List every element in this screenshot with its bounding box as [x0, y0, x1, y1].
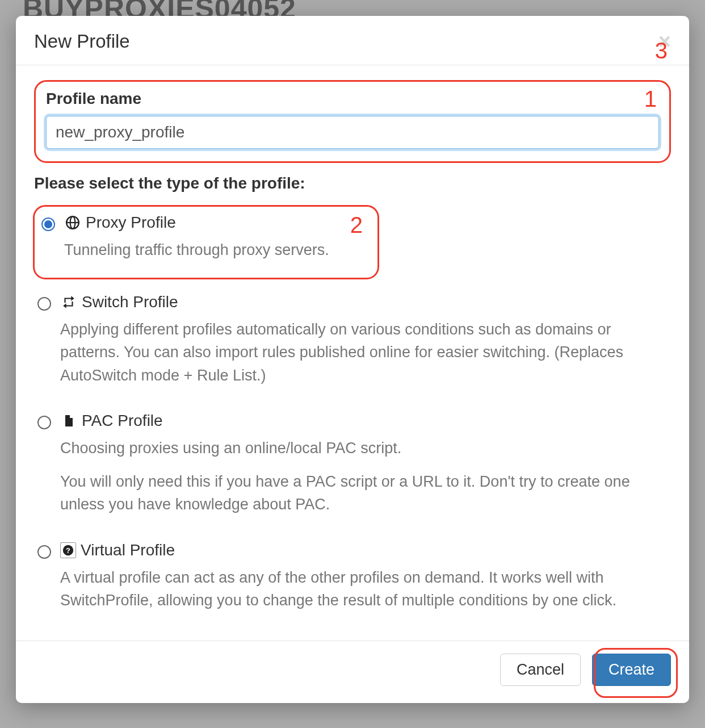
option-switch-profile[interactable]: Switch Profile Applying different profil…	[34, 293, 671, 393]
option-title-row[interactable]: PAC Profile	[60, 412, 671, 430]
option-title-row[interactable]: Proxy Profile	[64, 214, 370, 232]
profile-type-prompt: Please select the type of the profile:	[34, 174, 671, 193]
modal-header: New Profile ×	[16, 16, 689, 65]
option-content: Proxy Profile Tunneling traffic through …	[64, 214, 370, 267]
radio-pac-profile[interactable]	[37, 416, 51, 429]
option-label: PAC Profile	[82, 412, 163, 430]
option-content: PAC Profile Choosing proxies using an on…	[60, 412, 671, 522]
new-profile-modal: New Profile × Profile name 1 Please sele…	[16, 16, 689, 703]
globe-icon	[64, 214, 81, 231]
option-content: ? Virtual Profile A virtual profile can …	[60, 541, 671, 618]
annotation-marker-1: 1	[644, 86, 657, 112]
close-button[interactable]: ×	[658, 31, 671, 52]
option-label: Proxy Profile	[86, 214, 176, 232]
option-title-row[interactable]: ? Virtual Profile	[60, 541, 671, 559]
option-proxy-profile[interactable]: Proxy Profile Tunneling traffic through …	[38, 214, 370, 267]
modal-title: New Profile	[34, 31, 130, 52]
modal-footer: Cancel Create	[16, 641, 689, 703]
radio-virtual-profile[interactable]	[37, 545, 51, 559]
annotation-marker-2: 2	[350, 212, 363, 238]
option-label: Switch Profile	[82, 293, 178, 311]
option-virtual-profile[interactable]: ? Virtual Profile A virtual profile can …	[34, 541, 671, 618]
profile-name-input[interactable]	[46, 116, 659, 149]
option-desc-extra: You will only need this if you have a PA…	[60, 470, 671, 516]
option-title-row[interactable]: Switch Profile	[60, 293, 671, 311]
option-desc: Choosing proxies using an online/local P…	[60, 437, 671, 460]
option-label: Virtual Profile	[81, 541, 175, 559]
retweet-icon	[60, 294, 77, 311]
cancel-button[interactable]: Cancel	[500, 654, 581, 686]
radio-proxy-profile[interactable]	[41, 217, 55, 231]
annotation-box-1: Profile name 1	[34, 80, 671, 163]
create-button[interactable]: Create	[592, 654, 671, 686]
profile-name-label: Profile name	[46, 90, 659, 108]
question-circle-icon: ?	[60, 542, 76, 558]
option-content: Switch Profile Applying different profil…	[60, 293, 671, 393]
close-icon: ×	[658, 30, 671, 53]
option-desc: Applying different profiles automaticall…	[60, 318, 671, 387]
svg-text:?: ?	[66, 546, 70, 554]
modal-body: Profile name 1 Please select the type of…	[16, 65, 689, 641]
option-desc: A virtual profile can act as any of the …	[60, 566, 671, 612]
option-pac-profile[interactable]: PAC Profile Choosing proxies using an on…	[34, 412, 671, 522]
annotation-box-2: Proxy Profile Tunneling traffic through …	[33, 205, 379, 279]
radio-switch-profile[interactable]	[37, 297, 51, 311]
option-desc: Tunneling traffic through proxy servers.	[64, 239, 370, 262]
file-icon	[60, 412, 77, 429]
